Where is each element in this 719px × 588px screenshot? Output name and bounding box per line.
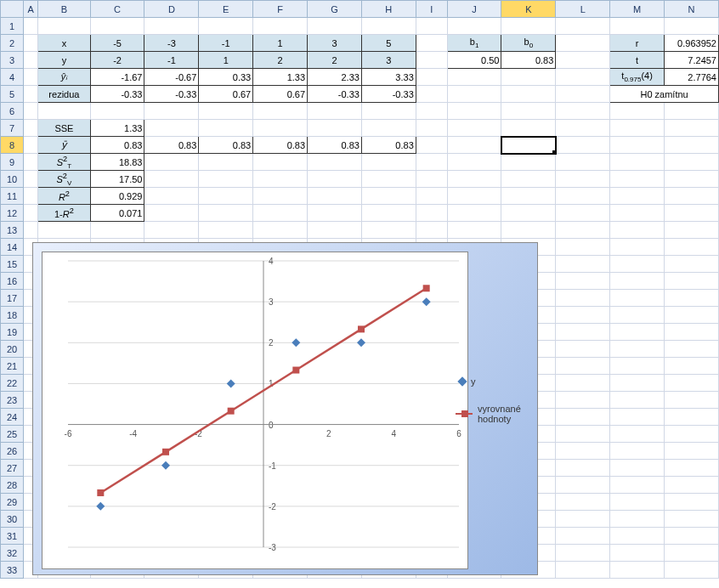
- row-header[interactable]: 15: [1, 256, 24, 273]
- cell-N18[interactable]: [665, 307, 719, 324]
- cell-E4[interactable]: 0.33: [199, 69, 253, 86]
- column-headers[interactable]: A B C D E F G H I J K L M N: [1, 1, 719, 18]
- row-header[interactable]: 10: [1, 171, 24, 188]
- cell-D8[interactable]: 0.83: [144, 137, 199, 154]
- cell-F12[interactable]: [253, 205, 308, 222]
- cell-H4[interactable]: 3.33: [361, 69, 416, 86]
- cell-N3[interactable]: 7.2457: [665, 52, 719, 69]
- row-header[interactable]: 18: [1, 307, 24, 324]
- col-header[interactable]: N: [665, 1, 719, 18]
- cell-N26[interactable]: [665, 443, 719, 460]
- cell-B10[interactable]: S2V: [38, 171, 90, 188]
- cell-N30[interactable]: [665, 511, 719, 528]
- cell-K4[interactable]: [501, 69, 556, 86]
- cell-A13[interactable]: [24, 222, 38, 239]
- cell-I4[interactable]: [416, 69, 447, 86]
- col-header[interactable]: L: [556, 1, 610, 18]
- cell-E9[interactable]: [199, 154, 253, 171]
- cell-G13[interactable]: [308, 222, 362, 239]
- cell-L17[interactable]: [556, 290, 610, 307]
- row-header[interactable]: 17: [1, 290, 24, 307]
- cell-N21[interactable]: [665, 358, 719, 375]
- cell-L7[interactable]: [556, 120, 610, 137]
- cell-D3[interactable]: -1: [144, 52, 199, 69]
- cell-J12[interactable]: [447, 205, 501, 222]
- row-header[interactable]: 21: [1, 358, 24, 375]
- cell-C6[interactable]: [90, 103, 144, 120]
- cell-L6[interactable]: [556, 103, 610, 120]
- cell-L25[interactable]: [556, 426, 610, 443]
- cell-A1[interactable]: [24, 18, 38, 35]
- cell-L32[interactable]: [556, 545, 610, 562]
- cell-E2[interactable]: -1: [199, 35, 253, 52]
- cell-M17[interactable]: [610, 290, 665, 307]
- col-header[interactable]: C: [90, 1, 144, 18]
- cell-M20[interactable]: [610, 341, 665, 358]
- cell-N24[interactable]: [665, 409, 719, 426]
- cell-G6[interactable]: [308, 103, 362, 120]
- cell-N22[interactable]: [665, 375, 719, 392]
- cell-L30[interactable]: [556, 511, 610, 528]
- row-header[interactable]: 5: [1, 86, 24, 103]
- cell-M16[interactable]: [610, 273, 665, 290]
- cell-F2[interactable]: 1: [253, 35, 308, 52]
- cell-M8[interactable]: [610, 137, 665, 154]
- cell-D4[interactable]: -0.67: [144, 69, 199, 86]
- cell-G5[interactable]: -0.33: [308, 86, 362, 103]
- cell-K5[interactable]: [501, 86, 556, 103]
- cell-I3[interactable]: [416, 52, 447, 69]
- cell-E8[interactable]: 0.83: [199, 137, 253, 154]
- col-header[interactable]: H: [361, 1, 416, 18]
- cell-L26[interactable]: [556, 443, 610, 460]
- row-header[interactable]: 20: [1, 341, 24, 358]
- cell-L5[interactable]: [556, 86, 610, 103]
- cell-D6[interactable]: [144, 103, 199, 120]
- col-header[interactable]: A: [24, 1, 38, 18]
- cell-M11[interactable]: [610, 188, 665, 205]
- row-header[interactable]: 8: [1, 137, 24, 154]
- cell-M26[interactable]: [610, 443, 665, 460]
- cell-M1[interactable]: [610, 18, 665, 35]
- cell-L4[interactable]: [556, 69, 610, 86]
- cell-N31[interactable]: [665, 528, 719, 545]
- cell-I2[interactable]: [416, 35, 447, 52]
- cell-M28[interactable]: [610, 477, 665, 494]
- row-header[interactable]: 7: [1, 120, 24, 137]
- row-header[interactable]: 33: [1, 562, 24, 579]
- regression-chart[interactable]: -3-2-101234-6-4-2246 y vyrovnané hodnoty: [32, 242, 538, 575]
- row-header[interactable]: 27: [1, 460, 24, 477]
- cell-K10[interactable]: [501, 171, 556, 188]
- cell-F4[interactable]: 1.33: [253, 69, 308, 86]
- cell-H10[interactable]: [361, 171, 416, 188]
- cell-E1[interactable]: [199, 18, 253, 35]
- cell-I11[interactable]: [416, 188, 447, 205]
- cell-M13[interactable]: [610, 222, 665, 239]
- cell-I9[interactable]: [416, 154, 447, 171]
- col-header[interactable]: G: [308, 1, 362, 18]
- cell-D2[interactable]: -3: [144, 35, 199, 52]
- row-header[interactable]: 30: [1, 511, 24, 528]
- cell-L33[interactable]: [556, 562, 610, 579]
- col-header[interactable]: F: [253, 1, 308, 18]
- cell-C13[interactable]: [90, 222, 144, 239]
- cell-M14[interactable]: [610, 239, 665, 256]
- cell-C10[interactable]: 17.50: [90, 171, 144, 188]
- cell-N17[interactable]: [665, 290, 719, 307]
- cell-A2[interactable]: [24, 35, 38, 52]
- cell-E10[interactable]: [199, 171, 253, 188]
- cell-G1[interactable]: [308, 18, 362, 35]
- cell-H7[interactable]: [361, 120, 416, 137]
- cell-N10[interactable]: [665, 171, 719, 188]
- cell-J6[interactable]: [447, 103, 501, 120]
- cell-N20[interactable]: [665, 341, 719, 358]
- cell-F7[interactable]: [253, 120, 308, 137]
- cell-L2[interactable]: [556, 35, 610, 52]
- cell-C12[interactable]: 0.071: [90, 205, 144, 222]
- cell-M23[interactable]: [610, 392, 665, 409]
- cell-K6[interactable]: [501, 103, 556, 120]
- cell-N4[interactable]: 2.7764: [665, 69, 719, 86]
- cell-M6[interactable]: [610, 103, 665, 120]
- cell-M24[interactable]: [610, 409, 665, 426]
- cell-L10[interactable]: [556, 171, 610, 188]
- cell-H1[interactable]: [361, 18, 416, 35]
